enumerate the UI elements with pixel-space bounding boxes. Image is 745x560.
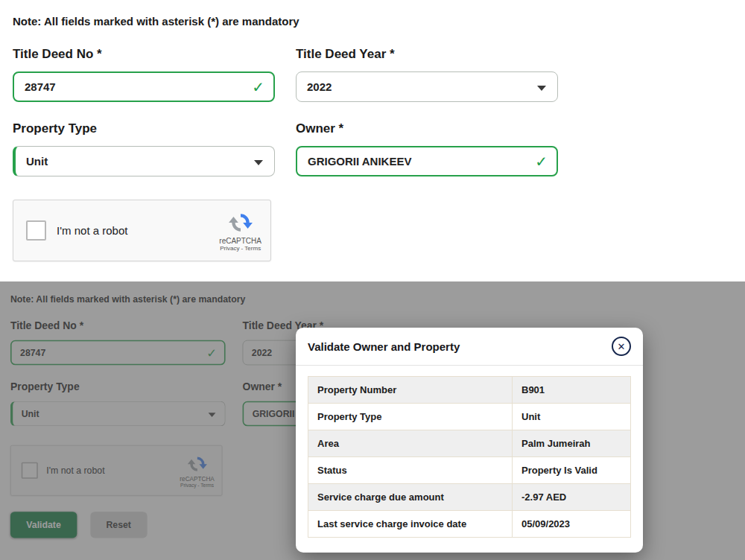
recaptcha-widget: I'm not a robot reCAPTCHA Privacy - Term… <box>13 200 271 261</box>
validate-result-modal: Validate Owner and Property ✕ Property N… <box>296 328 643 553</box>
recaptcha-brand: reCAPTCHA Privacy - Terms <box>219 210 261 252</box>
row-value: Palm Jumeirah <box>513 430 630 456</box>
modal-title: Validate Owner and Property <box>308 340 460 353</box>
title-deed-no-input[interactable]: 28747 ✓ <box>13 71 275 102</box>
form-section: Note: All fields marked with asterisk (*… <box>0 0 745 281</box>
property-type-select[interactable]: Unit <box>13 146 275 176</box>
owner-input[interactable]: GRIGORII ANIKEEV ✓ <box>296 146 558 176</box>
table-row: Last service charge invoice date 05/09/2… <box>308 510 630 537</box>
recaptcha-checkbox[interactable] <box>26 220 46 241</box>
modal-header: Validate Owner and Property ✕ <box>296 328 643 366</box>
owner-value: GRIGORII ANIKEEV <box>308 155 411 168</box>
owner-field: Owner * GRIGORII ANIKEEV ✓ <box>296 121 558 176</box>
page: Note: All fields marked with asterisk (*… <box>0 0 745 560</box>
row-label: Property Type <box>308 404 513 430</box>
row-value: Unit <box>513 404 630 430</box>
row-label: Last service charge invoice date <box>308 511 513 537</box>
close-icon[interactable]: ✕ <box>612 337 631 356</box>
recaptcha-name: reCAPTCHA <box>219 237 261 245</box>
row-label: Property Number <box>308 377 513 403</box>
row-value: 05/09/2023 <box>513 511 630 537</box>
modal-section: Note: All fields marked with asterisk (*… <box>0 281 745 560</box>
title-deed-year-select[interactable]: 2022 <box>296 71 558 102</box>
title-deed-year-value: 2022 <box>307 80 332 93</box>
table-row: Status Property Is Valid <box>308 456 630 483</box>
chevron-down-icon <box>254 159 263 165</box>
row-value: B901 <box>513 377 630 403</box>
recaptcha-label: I'm not a robot <box>57 224 127 237</box>
title-deed-no-value: 28747 <box>25 80 56 93</box>
row-value: -2.97 AED <box>513 484 630 510</box>
row-value: Property Is Valid <box>513 457 630 483</box>
row-label: Area <box>308 430 513 456</box>
table-row: Property Number B901 <box>308 377 630 403</box>
result-table: Property Number B901 Property Type Unit … <box>308 376 631 538</box>
title-deed-no-label: Title Deed No * <box>13 47 275 62</box>
table-row: Property Type Unit <box>308 403 630 430</box>
recaptcha-logo-icon <box>228 210 253 235</box>
row-label: Status <box>308 457 513 483</box>
privacy-terms-links[interactable]: Privacy - Terms <box>219 245 261 252</box>
title-deed-year-field: Title Deed Year * 2022 <box>296 47 558 102</box>
row-label: Service charge due amount <box>308 484 513 510</box>
check-icon: ✓ <box>252 78 264 96</box>
chevron-down-icon <box>537 85 546 90</box>
mandatory-note: Note: All fields marked with asterisk (*… <box>13 15 745 28</box>
property-type-label: Property Type <box>13 121 275 136</box>
property-type-value: Unit <box>26 155 48 168</box>
table-row: Area Palm Jumeirah <box>308 430 630 456</box>
modal-body: Property Number B901 Property Type Unit … <box>296 366 643 553</box>
owner-label: Owner * <box>296 121 558 136</box>
title-deed-year-label: Title Deed Year * <box>296 47 558 62</box>
table-row: Service charge due amount -2.97 AED <box>308 483 630 510</box>
check-icon: ✓ <box>535 153 548 171</box>
property-type-field: Property Type Unit <box>13 121 275 176</box>
title-deed-no-field: Title Deed No * 28747 ✓ <box>13 47 275 102</box>
